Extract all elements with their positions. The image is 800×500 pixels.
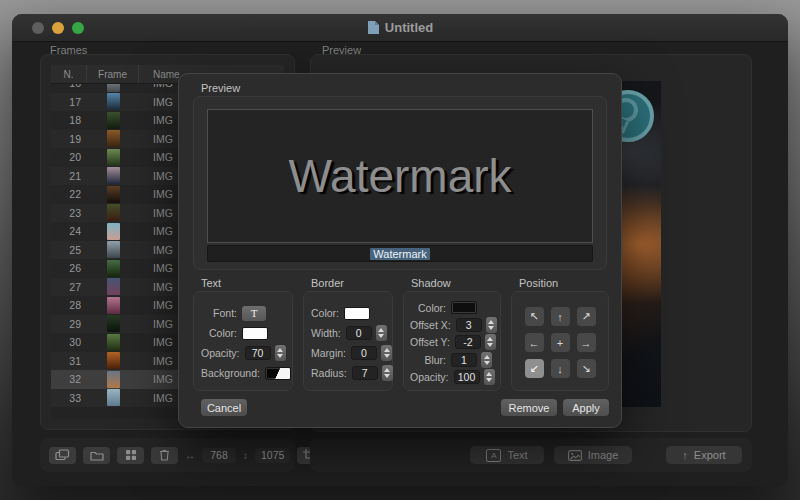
- frame-thumbnail: [107, 315, 120, 332]
- shadow-blur-label: Blur:: [410, 354, 446, 366]
- font-picker-button[interactable]: T: [242, 306, 266, 321]
- shadow-color-label: Color:: [410, 302, 446, 314]
- row-number: 20: [51, 151, 87, 163]
- text-color-swatch[interactable]: [242, 327, 268, 340]
- photos-button[interactable]: [49, 447, 76, 464]
- shadow-opacity-stepper[interactable]: [484, 369, 495, 385]
- add-text-button[interactable]: A Text: [470, 446, 544, 464]
- row-number: 17: [51, 96, 87, 108]
- folder-icon: [90, 450, 104, 461]
- shadow-opacity-field[interactable]: 100: [454, 370, 480, 384]
- text-opacity-stepper[interactable]: [275, 345, 286, 361]
- text-opacity-field[interactable]: 70: [245, 346, 271, 360]
- cancel-button[interactable]: Cancel: [201, 399, 247, 416]
- border-margin-stepper[interactable]: [381, 345, 392, 361]
- selected-input-text: Watermark: [370, 248, 429, 260]
- position-group-label: Position: [519, 277, 558, 289]
- shadow-offset-x-stepper[interactable]: [486, 317, 497, 333]
- frame-thumbnail: [107, 167, 120, 184]
- width-field[interactable]: 768: [202, 448, 236, 463]
- shadow-offset-x-label: Offset X:: [410, 319, 451, 331]
- delete-button[interactable]: [151, 447, 178, 464]
- column-header-frame[interactable]: Frame: [87, 65, 139, 83]
- add-image-button[interactable]: Image: [554, 446, 632, 464]
- close-window-button[interactable]: [32, 22, 44, 34]
- apply-button[interactable]: Apply: [563, 399, 609, 416]
- frame-thumbnail: [107, 223, 120, 240]
- frame-thumbnail: [107, 93, 120, 110]
- border-width-label: Width:: [311, 327, 341, 339]
- export-button[interactable]: ↑ Export: [666, 446, 742, 464]
- border-radius-label: Radius:: [311, 367, 347, 379]
- shadow-blur-field[interactable]: 1: [451, 353, 477, 367]
- height-field[interactable]: 1075: [255, 448, 290, 463]
- row-number: 18: [51, 114, 87, 126]
- window-title-text: Untitled: [385, 20, 433, 35]
- grid-view-button[interactable]: [117, 447, 144, 464]
- shadow-group-label: Shadow: [411, 277, 451, 289]
- position-button-3[interactable]: ←: [525, 333, 544, 352]
- text-tool-icon: A: [486, 449, 501, 462]
- column-header-n[interactable]: N.: [51, 65, 87, 83]
- frame-thumbnail: [107, 260, 120, 277]
- add-image-label: Image: [588, 449, 619, 461]
- frame-thumbnail: [107, 186, 120, 203]
- remove-button[interactable]: Remove: [501, 399, 557, 416]
- photos-icon: [55, 449, 70, 461]
- border-group-label: Border: [311, 277, 344, 289]
- shadow-offset-x-field[interactable]: 3: [456, 318, 482, 332]
- row-number: 29: [51, 318, 87, 330]
- position-button-5[interactable]: →: [577, 333, 596, 352]
- frame-thumbnail: [107, 112, 120, 129]
- position-button-2[interactable]: ↗: [577, 307, 596, 326]
- watermark-text-input[interactable]: Watermark: [207, 245, 593, 262]
- position-button-4[interactable]: +: [551, 333, 570, 352]
- folder-button[interactable]: [83, 447, 110, 464]
- row-number: 32: [51, 373, 87, 385]
- position-grid: ↖↑↗←+→↙↓↘: [512, 307, 608, 378]
- width-arrow-icon: ↔: [185, 450, 195, 461]
- position-button-6[interactable]: ↙: [525, 359, 544, 378]
- minimize-window-button[interactable]: [52, 22, 64, 34]
- row-number: 24: [51, 225, 87, 237]
- border-margin-field[interactable]: 0: [351, 346, 377, 360]
- row-number: 28: [51, 299, 87, 311]
- shadow-group: Color: Offset X: 3 Offset Y: -2 Blur: 1 …: [403, 291, 501, 391]
- frame-thumbnail: [107, 278, 120, 295]
- row-number: 21: [51, 170, 87, 182]
- text-group: Font: T Color: Opacity: 70 Background:: [193, 291, 293, 391]
- frame-thumbnail: [107, 389, 120, 406]
- frame-thumbnail: [107, 371, 120, 388]
- shadow-color-swatch[interactable]: [451, 301, 477, 314]
- row-number: 27: [51, 281, 87, 293]
- border-width-stepper[interactable]: [376, 325, 387, 341]
- position-button-0[interactable]: ↖: [525, 307, 544, 326]
- shadow-blur-stepper[interactable]: [481, 352, 492, 368]
- position-button-1[interactable]: ↑: [551, 307, 570, 326]
- row-number: 19: [51, 133, 87, 145]
- shadow-offset-y-label: Offset Y:: [410, 336, 450, 348]
- shadow-offset-y-field[interactable]: -2: [455, 335, 481, 349]
- border-color-swatch[interactable]: [344, 307, 370, 320]
- frame-thumbnail: [107, 334, 120, 351]
- zoom-window-button[interactable]: [72, 22, 84, 34]
- title-bar[interactable]: Untitled: [12, 14, 788, 42]
- frames-toolbar: ↔ 768 ↕ 1075: [40, 438, 295, 472]
- trash-icon: [159, 449, 170, 461]
- watermark-dialog: Preview Watermark Watermark Text Font: T…: [178, 73, 622, 428]
- dialog-preview-label: Preview: [201, 82, 240, 94]
- position-button-8[interactable]: ↘: [577, 359, 596, 378]
- document-icon: [367, 20, 380, 35]
- border-radius-stepper[interactable]: [382, 365, 393, 381]
- row-number: 26: [51, 262, 87, 274]
- border-width-field[interactable]: 0: [346, 326, 372, 340]
- add-text-label: Text: [507, 449, 527, 461]
- shadow-offset-y-stepper[interactable]: [485, 334, 496, 350]
- row-number: 33: [51, 392, 87, 404]
- row-number: 31: [51, 355, 87, 367]
- position-button-7[interactable]: ↓: [551, 359, 570, 378]
- watermark-preview-text: Watermark: [288, 149, 511, 203]
- border-radius-field[interactable]: 7: [352, 366, 378, 380]
- background-color-swatch[interactable]: [265, 367, 291, 380]
- text-color-label: Color:: [201, 327, 237, 339]
